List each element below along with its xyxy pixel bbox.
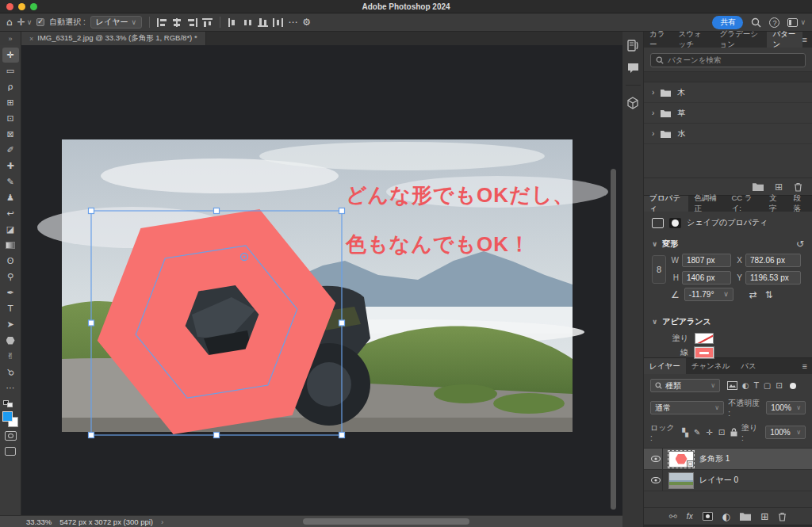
type-tool[interactable]: T (2, 301, 19, 316)
align-top-icon[interactable] (202, 18, 213, 27)
new-layer-icon[interactable]: ⊞ (760, 512, 768, 521)
dodge-tool[interactable]: ⚲ (2, 269, 19, 285)
stroke-color-swatch[interactable] (695, 347, 714, 358)
search-icon[interactable] (751, 17, 761, 28)
add-mask-icon[interactable] (703, 512, 713, 521)
pattern-folder-tree[interactable]: › 木 (644, 82, 812, 103)
status-chevron-icon[interactable]: › (161, 517, 163, 526)
transform-handle[interactable] (214, 433, 220, 438)
tab-overflow-button[interactable]: » (0, 32, 21, 45)
filter-smart-object-icon[interactable]: ⊡ (776, 382, 782, 390)
zoom-tool[interactable]: ⚲ (2, 365, 19, 380)
lock-all-icon[interactable] (730, 428, 737, 437)
layer-thumbnail[interactable]: ▢ (668, 451, 694, 468)
width-field[interactable]: 1807 px (682, 254, 731, 267)
eraser-tool[interactable]: ◪ (2, 222, 19, 237)
workspace-switcher[interactable]: ∨ (787, 18, 806, 27)
layer-name[interactable]: レイヤー 0 (699, 475, 738, 486)
help-icon[interactable]: ? (769, 17, 779, 28)
filter-image-icon[interactable] (727, 381, 737, 390)
rotation-angle-field[interactable]: -11.79° ∨ (684, 288, 733, 301)
hand-tool[interactable]: ✌ (2, 349, 19, 364)
tab-channels[interactable]: チャンネル (686, 358, 736, 374)
transform-handle[interactable] (214, 208, 220, 214)
comments-panel-icon[interactable] (627, 63, 639, 74)
canvas-area[interactable]: どんな形でもOKだし、 色もなんでもOK！ (21, 45, 622, 515)
filter-adjustment-icon[interactable]: ◐ (742, 382, 749, 390)
fill-opacity-dropdown[interactable]: 100% ∨ (765, 426, 806, 439)
edit-toolbar-button[interactable]: ⋯ (2, 380, 19, 395)
lock-artboard-icon[interactable]: ⊡ (718, 429, 725, 437)
tab-gradients[interactable]: グラデーション (714, 32, 768, 48)
layer-visibility-toggle[interactable] (649, 470, 663, 491)
3d-panel-icon[interactable] (626, 97, 639, 109)
pattern-folder-tree[interactable]: › 水 (644, 124, 812, 144)
flip-horizontal-icon[interactable]: ⇄ (749, 290, 757, 300)
panel-menu-icon[interactable]: ≡ (802, 358, 812, 374)
eyedropper-tool[interactable]: ✐ (2, 143, 19, 158)
layer-thumbnail[interactable] (668, 472, 694, 489)
gradient-tool[interactable] (2, 238, 19, 253)
tab-layers[interactable]: レイヤー (644, 358, 686, 374)
auto-select-checkbox[interactable] (36, 18, 44, 26)
transform-handle[interactable] (89, 208, 94, 214)
mask-properties-icon[interactable] (669, 218, 681, 228)
reset-transform-icon[interactable]: ↺ (796, 239, 804, 249)
layer-row-layer0[interactable]: レイヤー 0 (644, 470, 812, 491)
pen-tool[interactable]: ✒ (2, 285, 19, 300)
tab-properties[interactable]: プロパティ (644, 196, 688, 212)
flip-vertical-icon[interactable]: ⇅ (765, 290, 773, 300)
distribute-left-icon[interactable] (228, 18, 238, 27)
fill-color-swatch[interactable] (695, 333, 714, 344)
lock-position-icon[interactable]: ✛ (706, 429, 712, 437)
canvas-horizontal-scrollbar[interactable] (303, 518, 469, 525)
zoom-level[interactable]: 33.33% (26, 517, 52, 526)
align-right-icon[interactable] (187, 18, 197, 27)
collapse-chevron-icon[interactable]: ∨ (652, 241, 657, 248)
canvas-vertical-scrollbar[interactable] (611, 169, 616, 510)
chevron-right-icon[interactable]: › (652, 109, 654, 117)
layer-name[interactable]: 多角形 1 (699, 453, 730, 464)
brush-tool[interactable]: ✎ (2, 174, 19, 189)
transform-handle[interactable] (89, 320, 94, 326)
align-left-icon[interactable] (157, 18, 167, 27)
filter-kind-dropdown[interactable]: 種類 ∨ (650, 379, 720, 392)
filter-type-icon[interactable]: T (754, 382, 759, 390)
new-pattern-icon[interactable]: ⊞ (775, 182, 783, 192)
pattern-search-input[interactable]: パターンを検索 (650, 53, 806, 67)
color-swatches[interactable] (2, 411, 18, 427)
screen-mode-button[interactable] (2, 444, 19, 459)
tab-character[interactable]: 文字 (764, 196, 788, 212)
lock-pixels-icon[interactable]: ✎ (694, 429, 700, 437)
tab-paragraph[interactable]: 段落 (787, 196, 812, 212)
default-colors-icon[interactable] (3, 400, 13, 407)
x-position-field[interactable]: 782.06 px (745, 254, 801, 267)
path-selection-tool[interactable]: ➤ (2, 317, 19, 332)
history-panel-icon[interactable] (627, 40, 639, 52)
chevron-right-icon[interactable]: › (652, 88, 654, 97)
panel-menu-icon[interactable]: ≡ (802, 32, 812, 48)
new-group-folder-icon[interactable] (753, 182, 764, 191)
frame-tool[interactable]: ⊠ (2, 127, 19, 142)
shape-tool[interactable] (2, 333, 19, 348)
document-tab[interactable]: × IMG_6315_2.jpg @ 33.3% (多角形 1, RGB/8*)… (21, 32, 206, 45)
foreground-color-swatch[interactable] (2, 411, 13, 422)
gear-icon[interactable]: ⚙ (302, 17, 311, 27)
trash-icon[interactable] (794, 182, 802, 192)
object-selection-tool[interactable]: ⊞ (2, 95, 19, 110)
transform-handle[interactable] (89, 433, 94, 438)
clone-stamp-tool[interactable]: ♟ (2, 190, 19, 205)
layer-styles-icon[interactable]: fx (687, 512, 693, 521)
move-tool[interactable]: ✛ (2, 48, 19, 63)
tab-cc-libraries[interactable]: CC ライ: (726, 196, 763, 212)
lock-transparency-icon[interactable]: ▚ (682, 429, 688, 437)
new-group-icon[interactable] (740, 512, 751, 521)
link-layers-icon[interactable]: ⚯ (669, 512, 677, 521)
marquee-tool[interactable]: ▭ (2, 63, 19, 78)
tab-adjustments[interactable]: 色調補正 (688, 196, 726, 212)
chevron-right-icon[interactable]: › (652, 129, 654, 138)
crop-tool[interactable]: ⊡ (2, 111, 19, 126)
lasso-tool[interactable]: ρ (2, 79, 19, 94)
quick-mask-button[interactable] (2, 428, 19, 443)
tab-color[interactable]: カラー (644, 32, 673, 48)
